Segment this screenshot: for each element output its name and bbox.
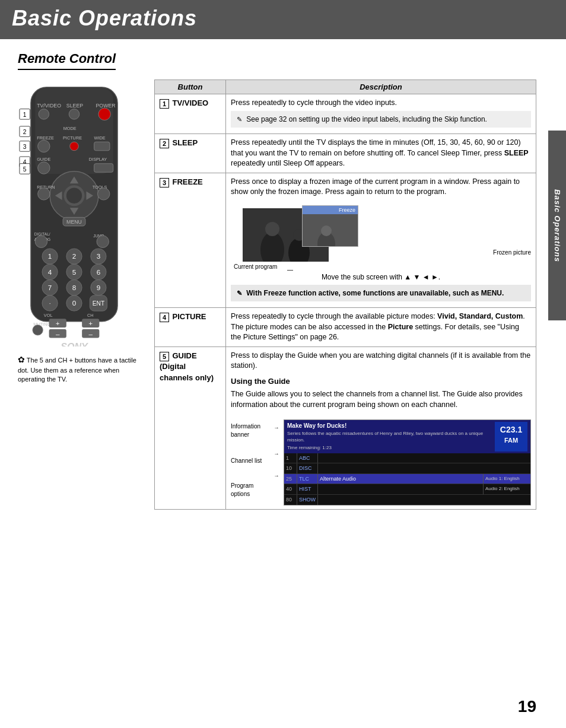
banner-info: Make Way for Ducks! Series follows the a…: [287, 422, 495, 452]
description-cell: Press repeatedly until the TV displays t…: [226, 134, 536, 173]
page-number: 19: [518, 697, 536, 716]
description-cell: Press repeatedly to cycle through the av…: [226, 308, 536, 347]
svg-text:WIDE: WIDE: [94, 135, 106, 141]
svg-point-7: [98, 108, 110, 120]
svg-point-12: [38, 140, 50, 152]
svg-text:SLEEP: SLEEP: [66, 103, 83, 109]
button-label: FREEZE: [172, 177, 202, 186]
ch-prog: [318, 463, 530, 473]
section-title: Remote Control: [18, 51, 116, 70]
svg-text:0: 0: [72, 299, 77, 307]
button-cell: 2 SLEEP: [155, 134, 226, 173]
svg-point-64: [33, 325, 43, 336]
svg-text:TV/VIDEO: TV/VIDEO: [37, 103, 61, 109]
svg-text:2: 2: [72, 252, 77, 260]
guide-channel-row-highlighted: 25 TLC Alternate Audio Audio 1: English: [284, 474, 530, 485]
guide-screen: Make Way for Ducks! Series follows the a…: [284, 419, 531, 506]
svg-point-5: [39, 109, 49, 120]
svg-text:–: –: [89, 330, 93, 338]
description-cell: Press repeatedly to cycle through the vi…: [226, 94, 536, 134]
svg-point-29: [97, 188, 109, 200]
svg-text:–: –: [56, 330, 60, 338]
table-column: Button Description 1 TV/VIDEO Press repe…: [154, 80, 536, 510]
guide-side-labels: Information banner Channel list Program …: [231, 419, 269, 506]
freeze-label: Freeze: [303, 206, 358, 215]
note-icon: ✎: [237, 116, 242, 123]
two-column-layout: TV/VIDEO SLEEP POWER MODE FREEZE PICTURE…: [18, 80, 536, 510]
button-cell: 3 FREEZE: [155, 173, 226, 308]
col-button: Button: [155, 80, 226, 94]
button-cell: 1 TV/VIDEO: [155, 94, 226, 134]
svg-text:GUIDE: GUIDE: [37, 157, 50, 162]
current-arrow: —: [287, 266, 293, 274]
table-row: 4 PICTURE Press repeatedly to cycle thro…: [155, 308, 536, 347]
description-cell: Press once to display a frozen image of …: [226, 173, 536, 308]
freeze-description: Press once to display a frozen image of …: [231, 177, 531, 198]
warn-icon: ✎: [237, 290, 242, 297]
svg-point-17: [38, 162, 50, 174]
guide-channel-row: 40 HIST Audio 2: English: [284, 484, 530, 495]
button-cell: 4 PICTURE: [155, 308, 226, 347]
current-program-caption: Current program: [234, 263, 277, 271]
svg-text:+: +: [88, 319, 93, 327]
banner-time: Time remaining: 1:23: [287, 444, 495, 451]
ch-prog: [318, 453, 530, 463]
table-row: 3 FREEZE Press once to display a frozen …: [155, 173, 536, 308]
button-number: 2: [160, 139, 169, 148]
svg-text:CH: CH: [87, 313, 94, 318]
ch-num: 10: [284, 463, 297, 473]
ch-audio: Audio 1: English: [483, 474, 530, 484]
button-number: 1: [160, 99, 169, 109]
remote-note: ✿ The 5 and CH + buttons have a tactile …: [18, 354, 142, 384]
guide-description: Press to display the Guide when you are …: [231, 351, 531, 371]
frozen-picture-caption: Frozen picture: [493, 249, 531, 257]
banner-sub: Series follows the aquatic misadventures…: [287, 430, 495, 443]
svg-text:+: +: [56, 319, 60, 327]
svg-text:1: 1: [48, 252, 52, 260]
ch-name: ABC: [297, 453, 318, 463]
remote-control-image: TV/VIDEO SLEEP POWER MODE FREEZE PICTURE…: [18, 80, 131, 346]
svg-text:PICTURE: PICTURE: [63, 135, 82, 141]
table-row: 2 SLEEP Press repeatedly until the TV di…: [155, 134, 536, 173]
svg-text:SONY: SONY: [61, 341, 88, 346]
svg-text:POWER: POWER: [96, 103, 116, 109]
svg-text:2: 2: [23, 129, 27, 135]
button-label: SLEEP: [172, 138, 198, 147]
svg-point-88: [265, 222, 279, 236]
button-number: 5: [160, 352, 169, 361]
header: Basic Operations: [0, 0, 566, 39]
channel-list-label: Channel list: [231, 457, 269, 465]
ch-prog: Alternate Audio: [318, 474, 483, 484]
svg-text:ENT: ENT: [93, 300, 104, 307]
button-label: TV/VIDEO: [172, 98, 208, 107]
side-label: Basic Operations: [548, 131, 566, 320]
ch-num: 80: [284, 495, 297, 505]
frozen-image: Freeze: [302, 205, 358, 247]
ch-audio: Audio 2: English: [483, 484, 530, 494]
table-row: 1 TV/VIDEO Press repeatedly to cycle thr…: [155, 94, 536, 134]
svg-text:MENU: MENU: [66, 219, 82, 225]
svg-point-35: [35, 236, 47, 247]
svg-text:4: 4: [48, 268, 52, 276]
svg-text:FREEZE: FREEZE: [37, 135, 54, 141]
remote-column: TV/VIDEO SLEEP POWER MODE FREEZE PICTURE…: [18, 80, 142, 510]
svg-text:MODE: MODE: [63, 126, 77, 131]
description-cell: Press to display the Guide when you are …: [226, 346, 536, 509]
note-box: ✎ See page 32 on setting up the video in…: [231, 111, 531, 128]
svg-text:5: 5: [72, 268, 77, 276]
col-description: Description: [226, 80, 536, 94]
svg-rect-14: [94, 142, 110, 151]
freeze-illustration: Freeze Current program Frozen pic: [231, 202, 531, 268]
ch-num: 40: [284, 484, 297, 494]
table-row: 5 GUIDE(Digitalchannels only) Press to d…: [155, 346, 536, 509]
guide-heading: Using the Guide: [231, 376, 531, 387]
button-table: Button Description 1 TV/VIDEO Press repe…: [154, 80, 536, 510]
svg-text:5: 5: [23, 166, 27, 173]
side-label-text: Basic Operations: [553, 189, 562, 262]
banner-channel: C23.1 FAM: [495, 422, 527, 452]
svg-point-36: [97, 236, 109, 247]
move-arrows-text: Move the sub screen with ▲ ▼ ◄ ►.: [231, 272, 531, 282]
button-number: 3: [160, 178, 169, 187]
ch-name: TLC: [297, 474, 318, 484]
guide-channel-row: 1 ABC: [284, 453, 530, 464]
